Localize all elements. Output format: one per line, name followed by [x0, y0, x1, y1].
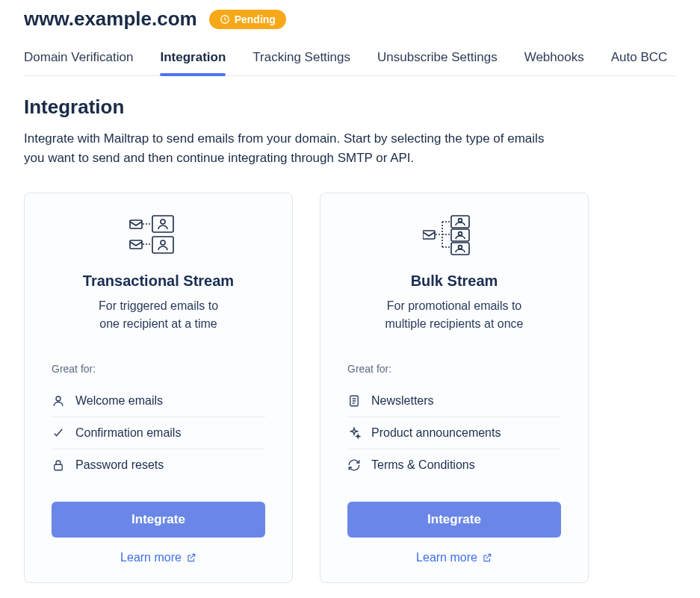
svg-point-15 — [459, 246, 462, 249]
external-link-icon — [482, 552, 492, 563]
clock-icon — [220, 14, 230, 25]
list-item: Password resets — [52, 449, 265, 481]
list-item: Newsletters — [347, 385, 561, 417]
list-item: Product announcements — [347, 417, 561, 449]
learn-more-label: Learn more — [416, 551, 477, 564]
sparkle-icon — [347, 426, 361, 440]
page-title: Integration — [24, 96, 676, 119]
list-item: Welcome emails — [52, 385, 265, 417]
svg-rect-2 — [130, 240, 142, 249]
document-icon — [347, 394, 361, 408]
learn-more-label: Learn more — [120, 551, 182, 564]
tab-tracking-settings[interactable]: Tracking Settings — [253, 44, 350, 75]
feature-label: Terms & Conditions — [371, 458, 475, 472]
check-icon — [52, 426, 65, 440]
tab-domain-verification[interactable]: Domain Verification — [24, 44, 133, 75]
integrate-button-transactional[interactable]: Integrate — [52, 502, 265, 538]
svg-rect-1 — [130, 220, 142, 228]
card-transactional: Transactional Stream For triggered email… — [24, 193, 293, 583]
feature-list: Newsletters Product announcements Terms … — [347, 385, 561, 481]
svg-point-7 — [56, 396, 61, 401]
status-badge-label: Pending — [235, 13, 276, 25]
card-bulk: Bulk Stream For promotional emails to mu… — [320, 193, 589, 583]
learn-more-link-bulk[interactable]: Learn more — [347, 551, 561, 564]
list-item: Confirmation emails — [52, 417, 265, 449]
feature-label: Newsletters — [371, 394, 434, 408]
integrate-button-bulk[interactable]: Integrate — [347, 502, 561, 538]
svg-point-4 — [161, 219, 165, 224]
feature-label: Product announcements — [371, 426, 501, 440]
feature-label: Password resets — [75, 458, 164, 472]
card-subtitle: For promotional emails to multiple recip… — [347, 297, 561, 333]
svg-rect-9 — [423, 231, 435, 239]
tabs: Domain Verification Integration Tracking… — [24, 44, 676, 76]
lock-icon — [52, 458, 65, 472]
card-title: Bulk Stream — [347, 272, 561, 290]
tab-auto-bcc[interactable]: Auto BCC — [611, 44, 668, 75]
transactional-illustration — [52, 214, 265, 256]
svg-point-6 — [161, 240, 165, 245]
refresh-icon — [347, 458, 361, 472]
list-item: Terms & Conditions — [347, 449, 561, 481]
feature-label: Welcome emails — [75, 394, 163, 408]
bulk-illustration — [347, 214, 561, 256]
card-subtitle: For triggered emails to one recipient at… — [52, 297, 265, 333]
tab-integration[interactable]: Integration — [160, 44, 226, 75]
feature-list: Welcome emails Confirmation emails Passw… — [52, 385, 265, 481]
feature-label: Confirmation emails — [75, 426, 181, 440]
learn-more-link-transactional[interactable]: Learn more — [52, 551, 265, 564]
great-for-label: Great for: — [347, 363, 561, 375]
card-title: Transactional Stream — [52, 272, 265, 290]
svg-point-11 — [459, 219, 462, 222]
external-link-icon — [186, 552, 196, 563]
svg-point-13 — [459, 232, 462, 236]
user-icon — [52, 394, 65, 408]
svg-rect-8 — [55, 464, 63, 470]
status-badge: Pending — [209, 10, 286, 29]
domain-title: www.example.com — [24, 7, 197, 31]
tab-unsubscribe-settings[interactable]: Unsubscribe Settings — [377, 44, 498, 75]
page-description: Integrate with Mailtrap to send emails f… — [24, 129, 562, 167]
great-for-label: Great for: — [52, 363, 265, 375]
tab-webhooks[interactable]: Webhooks — [524, 44, 584, 75]
